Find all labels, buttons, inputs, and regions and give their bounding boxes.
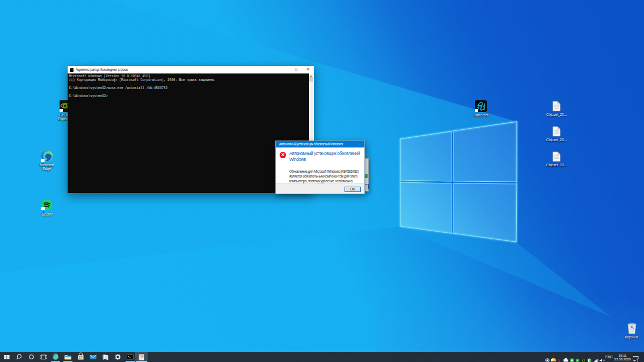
svg-text:S: S: [558, 358, 560, 362]
svg-text:1: 1: [636, 358, 638, 361]
